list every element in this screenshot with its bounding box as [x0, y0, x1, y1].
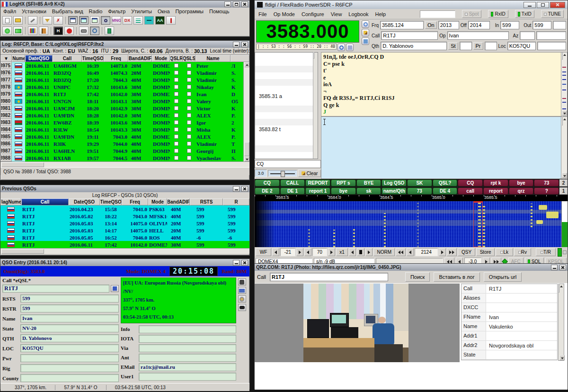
- table-row[interactable]: 3980 2016.06.11 UN7GN 18:11 10143.1 30M …: [0, 98, 243, 105]
- qsls-checkbox[interactable]: [187, 149, 191, 153]
- scroll-up-icon[interactable]: [562, 116, 563, 125]
- field-input[interactable]: D. Yablonovo: [20, 334, 119, 342]
- menu-view[interactable]: View: [331, 11, 342, 17]
- close-icon[interactable]: [241, 260, 248, 266]
- menu-logbook[interactable]: Logbook: [348, 11, 368, 17]
- col-freq[interactable]: Freq: [104, 55, 128, 62]
- receive-text-area[interactable]: 91nД, tde oeJ,OrR,CQ DC= pse kt'eioA¬FQ …: [321, 52, 568, 116]
- col-mode[interactable]: Mode: [152, 55, 170, 62]
- norm-button[interactable]: NORM: [373, 248, 395, 256]
- minimize-icon[interactable]: [233, 186, 240, 192]
- macro-button[interactable]: DE 4: [433, 187, 458, 195]
- table-row[interactable]: 3988 2016.06.11 RX1AB 19:57 7044.5 40M D…: [0, 154, 243, 161]
- minimize-icon[interactable]: [551, 265, 558, 270]
- on-input[interactable]: 2013: [438, 21, 459, 29]
- menu-view[interactable]: Выбрать вид: [52, 9, 83, 14]
- frq-input[interactable]: 3585.124: [380, 21, 424, 29]
- close-icon[interactable]: [559, 265, 566, 270]
- macro-button[interactable]: QSL?: [433, 179, 458, 187]
- macro-button[interactable]: ?: [534, 187, 559, 195]
- filter-clear-icon[interactable]: ✗: [53, 16, 63, 25]
- map-icon[interactable]: [13, 27, 23, 35]
- macro-button[interactable]: sk: [356, 187, 382, 195]
- table-row[interactable]: 3982 2016.06.11 UA9FDN 18:28 10142.0 30M…: [0, 112, 243, 119]
- scroll-down-icon[interactable]: [559, 355, 565, 360]
- extra-input3[interactable]: [537, 42, 566, 50]
- gain-up-button[interactable]: [296, 248, 303, 256]
- st-input[interactable]: [460, 42, 472, 50]
- macro-button[interactable]: 1: [559, 187, 568, 195]
- aa-icon[interactable]: AA: [155, 16, 165, 25]
- qslr-checkbox[interactable]: [174, 106, 178, 110]
- maximize-icon[interactable]: [233, 1, 240, 7]
- field-input[interactable]: NV-20: [20, 324, 119, 332]
- qslr-checkbox[interactable]: [174, 149, 178, 153]
- waterfall-display[interactable]: [255, 201, 568, 247]
- scroll-down-icon[interactable]: [562, 173, 567, 178]
- range-down-button[interactable]: [304, 248, 311, 256]
- fldigi-titlebar[interactable]: fldigi / FlexRadio PowerSDR - R6FCP: [255, 0, 568, 9]
- clear-fields-icon[interactable]: [362, 29, 369, 36]
- scroll-thumb[interactable]: [244, 142, 249, 156]
- lock-button[interactable]: Lk: [496, 248, 513, 256]
- qrz-call-input[interactable]: R1TJ: [270, 273, 388, 281]
- menu-file[interactable]: File: [258, 11, 267, 17]
- new-log-icon[interactable]: [2, 16, 12, 25]
- macro-button[interactable]: DE 1: [280, 187, 305, 195]
- qsl-card-icon[interactable]: [238, 287, 246, 294]
- browser-search-input[interactable]: CQ: [255, 160, 321, 168]
- field-input[interactable]: [139, 344, 236, 352]
- col-extra[interactable]: [231, 55, 249, 62]
- field-input[interactable]: Ivan: [20, 314, 119, 322]
- col-date[interactable]: DateQSO: [69, 198, 100, 205]
- macro-button[interactable]: 73: [407, 187, 432, 195]
- menu-windows[interactable]: Окна: [158, 9, 170, 14]
- hamlib-icon[interactable]: H: [53, 27, 63, 35]
- macro-button[interactable]: rpt k: [483, 179, 508, 187]
- qsls-checkbox[interactable]: [187, 127, 191, 132]
- search-icon[interactable]: [101, 16, 110, 25]
- table-row[interactable]: 3977 2016.06.11 RD3ZQ 17:20 7044.3 40M D…: [0, 76, 243, 83]
- stop-icon[interactable]: [64, 27, 74, 35]
- macro-button[interactable]: report: [483, 187, 508, 195]
- store-button[interactable]: Store: [476, 248, 495, 256]
- macro-button[interactable]: name/Qth: [382, 187, 407, 195]
- wf-mode-button[interactable]: WF: [256, 248, 271, 256]
- qslr-checkbox[interactable]: [174, 78, 178, 82]
- range-up-button[interactable]: [328, 248, 335, 256]
- search-button[interactable]: Поиск: [405, 272, 430, 282]
- table-row[interactable]: R1TJ 2016.05.05 16:52 7046.0 ROS 40M -6 …: [0, 234, 249, 241]
- col-flagnumer[interactable]: FlagNumer: [0, 198, 21, 205]
- col-mode[interactable]: Mode: [148, 198, 167, 205]
- qrz-lookup-icon[interactable]: [362, 20, 369, 28]
- menu-radio[interactable]: Radio: [89, 9, 103, 14]
- carrier-down[interactable]: [407, 248, 414, 256]
- frequency-display[interactable]: 3583.000: [256, 20, 359, 43]
- prev-qsos-titlebar[interactable]: Previous QSOs: [0, 185, 249, 192]
- field-input[interactable]: [20, 374, 119, 382]
- qrz-titlebar[interactable]: QRZ.COM: R1TJ (Photo: http://files.qrz.c…: [255, 264, 568, 271]
- insert-to-log-button[interactable]: Вставить в лог: [434, 272, 479, 282]
- menu-file[interactable]: Файл: [3, 9, 16, 14]
- table-row[interactable]: 3975 2016.06.11 UA6HGM 16:39 14073.0 20M…: [0, 62, 243, 69]
- minimize-icon[interactable]: [233, 42, 240, 47]
- shift-right-button[interactable]: [365, 248, 373, 256]
- tune-button[interactable]: TUNE: [541, 10, 564, 18]
- macro-button[interactable]: 2: [559, 179, 568, 187]
- field-input[interactable]: [20, 354, 119, 362]
- txid-button[interactable]: TxID: [515, 10, 534, 18]
- scroll-up-icon[interactable]: [562, 52, 563, 60]
- table-row[interactable]: DXCC: [462, 303, 557, 312]
- macro-button[interactable]: DE 2: [255, 187, 280, 195]
- sync-icon[interactable]: [337, 44, 345, 51]
- pr-input[interactable]: [485, 42, 497, 50]
- field-input[interactable]: 599: [20, 304, 119, 312]
- menu-utils[interactable]: Утилиты: [131, 9, 152, 14]
- recorder-icon[interactable]: [79, 27, 89, 35]
- browser-entry[interactable]: 3583.82 t: [259, 126, 281, 132]
- table-row[interactable]: 3981 2016.06.11 UA9CJM 18:20 10142.9 30M…: [0, 105, 243, 112]
- globe-icon[interactable]: [2, 27, 12, 35]
- qsls-checkbox[interactable]: [187, 92, 191, 96]
- table-row[interactable]: R1TJ 2016.05.02 18:22 7043.0 MFSK16 40M …: [0, 213, 249, 220]
- signal-browser[interactable]: 3585.31 a 3583.82 t: [255, 52, 318, 159]
